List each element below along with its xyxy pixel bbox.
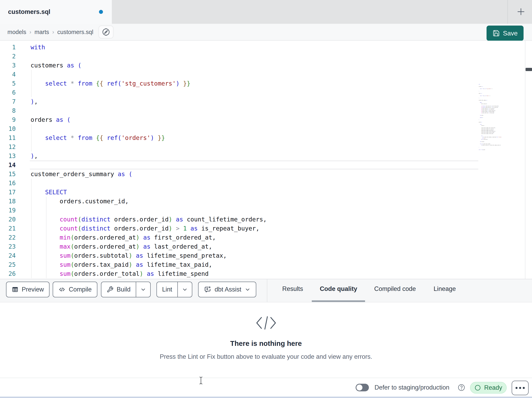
code-text[interactable]: count(distinct orders.order_id) as count… bbox=[30, 215, 478, 224]
code-line[interactable]: 22 min(orders.ordered_at) as first_order… bbox=[0, 233, 478, 242]
sql-code-editor[interactable]: 1with23customers as (45 select * from {{… bbox=[0, 41, 532, 279]
help-circle-icon[interactable] bbox=[458, 384, 465, 391]
code-text[interactable]: SELECT bbox=[30, 188, 478, 197]
code-text[interactable]: min(orders.ordered_at) as first_ordered_… bbox=[30, 233, 478, 242]
code-text[interactable] bbox=[30, 70, 478, 79]
code-text[interactable] bbox=[30, 106, 478, 115]
defer-toggle[interactable] bbox=[356, 384, 369, 391]
code-text[interactable] bbox=[30, 52, 478, 61]
line-number[interactable]: 11 bbox=[0, 133, 30, 142]
tab-lineage[interactable]: Lineage bbox=[433, 284, 456, 294]
line-number[interactable]: 23 bbox=[0, 242, 30, 251]
code-line[interactable]: 9orders as ( bbox=[0, 115, 478, 124]
code-text[interactable]: sum(orders.subtotal) as lifetime_spend_p… bbox=[30, 251, 478, 260]
line-number[interactable]: 4 bbox=[0, 70, 30, 79]
lint-main[interactable]: Lint bbox=[157, 282, 177, 297]
code-text[interactable]: count(distinct orders.order_id) > 1 as i… bbox=[30, 224, 478, 233]
code-line[interactable]: 6 bbox=[0, 88, 478, 97]
code-text[interactable]: with bbox=[30, 43, 478, 52]
line-number[interactable]: 16 bbox=[0, 179, 30, 188]
line-number[interactable]: 20 bbox=[0, 215, 30, 224]
save-button[interactable]: Save bbox=[487, 26, 524, 41]
code-text[interactable]: ), bbox=[30, 151, 478, 160]
line-number[interactable]: 5 bbox=[0, 79, 30, 88]
new-tab-button[interactable] bbox=[513, 4, 529, 19]
code-line[interactable]: 2 bbox=[0, 52, 478, 61]
build-button[interactable]: Build bbox=[101, 282, 151, 297]
line-number[interactable]: 2 bbox=[0, 52, 30, 61]
code-line[interactable]: 20 count(distinct orders.order_id) as co… bbox=[0, 215, 478, 224]
line-number[interactable]: 21 bbox=[0, 224, 30, 233]
code-text[interactable]: orders as ( bbox=[30, 115, 478, 124]
code-line[interactable]: 3customers as ( bbox=[0, 61, 478, 70]
navigate-compass-button[interactable] bbox=[99, 26, 114, 39]
code-text[interactable] bbox=[30, 160, 478, 170]
code-text[interactable]: sum(orders.tax_paid) as lifetime_tax_pai… bbox=[30, 260, 478, 269]
line-number[interactable]: 17 bbox=[0, 188, 30, 197]
code-line[interactable]: 18 orders.customer_id, bbox=[0, 197, 478, 206]
line-number[interactable]: 26 bbox=[0, 269, 30, 278]
tab-results[interactable]: Results bbox=[281, 284, 304, 294]
code-line[interactable]: 14 bbox=[0, 160, 478, 170]
build-dropdown[interactable] bbox=[136, 282, 150, 297]
code-line[interactable]: 12 bbox=[0, 142, 478, 151]
code-text[interactable]: customer_orders_summary as ( bbox=[30, 170, 478, 179]
code-line[interactable]: 24 sum(orders.subtotal) as lifetime_spen… bbox=[0, 251, 478, 260]
minimap[interactable]: withcustomers as ( select * from {{ ref(… bbox=[479, 84, 513, 196]
dbt-assist-button[interactable]: dbt Assist bbox=[198, 282, 256, 297]
line-number[interactable]: 24 bbox=[0, 251, 30, 260]
lint-button[interactable]: Lint bbox=[157, 282, 192, 297]
code-line[interactable]: 23 max(orders.ordered_at) as last_ordere… bbox=[0, 242, 478, 251]
code-line[interactable]: 19 bbox=[0, 206, 478, 215]
code-line[interactable]: 11 select * from {{ ref('orders') }} bbox=[0, 133, 478, 142]
line-number[interactable]: 1 bbox=[0, 43, 30, 52]
line-number[interactable]: 25 bbox=[0, 260, 30, 269]
lint-dropdown[interactable] bbox=[177, 282, 192, 297]
code-line[interactable]: 5 select * from {{ ref('stg_customers') … bbox=[0, 79, 478, 88]
code-line[interactable]: 4 bbox=[0, 70, 478, 79]
code-line[interactable]: 26 sum(orders.order_total) as lifetime_s… bbox=[0, 269, 478, 278]
code-text[interactable] bbox=[30, 206, 478, 215]
code-text[interactable]: sum(orders.order_total) as lifetime_spen… bbox=[30, 269, 478, 278]
tab-code-quality[interactable]: Code quality bbox=[314, 284, 363, 294]
line-number[interactable]: 22 bbox=[0, 233, 30, 242]
line-number[interactable]: 9 bbox=[0, 115, 30, 124]
code-text[interactable] bbox=[30, 124, 478, 133]
code-line[interactable]: 21 count(distinct orders.order_id) > 1 a… bbox=[0, 224, 478, 233]
line-number[interactable]: 3 bbox=[0, 61, 30, 70]
more-options-button[interactable] bbox=[512, 381, 529, 395]
breadcrumb-item-models[interactable]: models bbox=[7, 29, 26, 35]
line-number[interactable]: 19 bbox=[0, 206, 30, 215]
code-text[interactable] bbox=[30, 179, 478, 188]
code-line[interactable]: 25 sum(orders.tax_paid) as lifetime_tax_… bbox=[0, 260, 478, 269]
line-number[interactable]: 14 bbox=[0, 160, 30, 170]
code-text[interactable] bbox=[30, 88, 478, 97]
line-number[interactable]: 7 bbox=[0, 97, 30, 106]
breadcrumb-item-file[interactable]: customers.sql bbox=[57, 29, 93, 35]
code-text[interactable] bbox=[30, 142, 478, 151]
code-line[interactable]: 8 bbox=[0, 106, 478, 115]
tab-customers-sql[interactable]: customers.sql bbox=[0, 0, 112, 24]
code-line[interactable]: 16 bbox=[0, 179, 478, 188]
line-number[interactable]: 12 bbox=[0, 142, 30, 151]
code-text[interactable]: select * from {{ ref('stg_customers') }} bbox=[30, 79, 478, 88]
tab-compiled-code[interactable]: Compiled code bbox=[374, 284, 416, 294]
code-line[interactable]: 17 SELECT bbox=[0, 188, 478, 197]
line-number[interactable]: 6 bbox=[0, 88, 30, 97]
preview-button[interactable]: Preview bbox=[6, 282, 50, 297]
code-text[interactable]: customers as ( bbox=[30, 61, 478, 70]
code-line[interactable]: 13), bbox=[0, 151, 478, 160]
line-number[interactable]: 15 bbox=[0, 170, 30, 179]
line-number[interactable]: 8 bbox=[0, 106, 30, 115]
breadcrumb-item-marts[interactable]: marts bbox=[35, 29, 49, 35]
code-line[interactable]: 15customer_orders_summary as ( bbox=[0, 170, 478, 179]
code-text[interactable]: max(orders.ordered_at) as last_ordered_a… bbox=[30, 242, 478, 251]
code-text[interactable]: ), bbox=[30, 97, 478, 106]
code-line[interactable]: 10 bbox=[0, 124, 478, 133]
code-text[interactable]: select * from {{ ref('orders') }} bbox=[30, 133, 478, 142]
build-main[interactable]: Build bbox=[101, 282, 136, 297]
line-number[interactable]: 13 bbox=[0, 151, 30, 160]
code-line[interactable]: 1with bbox=[0, 43, 478, 52]
line-number[interactable]: 18 bbox=[0, 197, 30, 206]
compile-button[interactable]: Compile bbox=[53, 282, 97, 297]
